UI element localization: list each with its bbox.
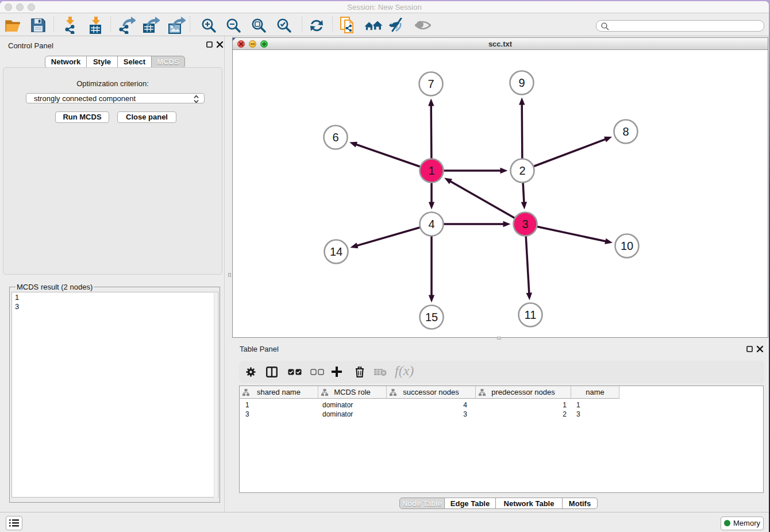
- svg-text:1: 1: [428, 164, 434, 177]
- svg-text:6: 6: [332, 131, 338, 144]
- svg-text:15: 15: [425, 311, 438, 323]
- svg-text:14: 14: [330, 245, 342, 258]
- svg-text:11: 11: [525, 309, 537, 321]
- svg-text:7: 7: [428, 78, 434, 90]
- svg-text:9: 9: [518, 76, 525, 89]
- svg-text:2: 2: [519, 164, 525, 177]
- svg-text:3: 3: [522, 218, 528, 230]
- svg-text:8: 8: [622, 125, 629, 138]
- svg-text:4: 4: [428, 218, 434, 230]
- svg-text:10: 10: [621, 240, 633, 252]
